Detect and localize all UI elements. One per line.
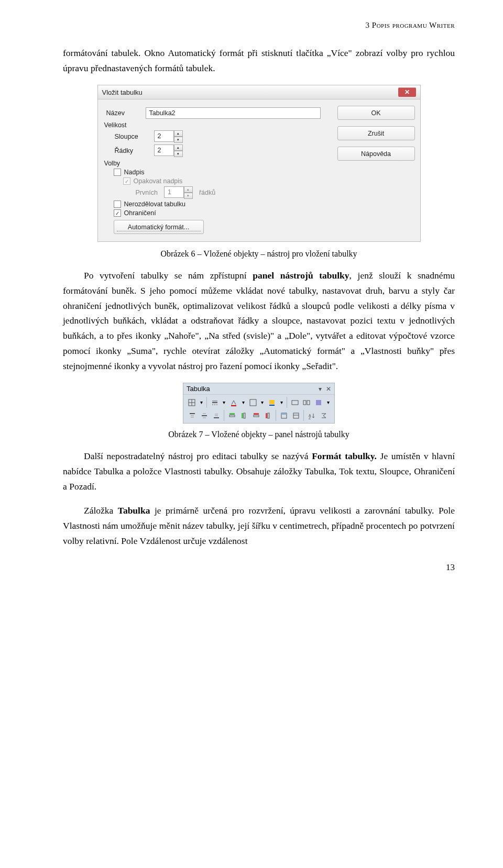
paragraph-4: Záložka Tabulka je primárně určená pro r… xyxy=(63,503,455,549)
chapter-header: 3 Popis programu Writer xyxy=(63,21,455,30)
svg-rect-33 xyxy=(293,413,299,418)
rows-spinner[interactable]: 2 ▴▾ xyxy=(154,144,183,157)
table-toolbar: Tabulka ▾ ✕ ▾ ▾ ▾ ▾ ▾ ▾ xyxy=(183,383,335,424)
insert-table-dialog: Vložit tabulku ✕ Název Tabulka2 Velikost… xyxy=(97,85,421,242)
insert-column-icon[interactable] xyxy=(238,410,249,421)
borders-icon[interactable] xyxy=(247,397,258,408)
sort-icon[interactable]: AZ xyxy=(306,410,317,421)
cols-spinner[interactable]: 2 ▴▾ xyxy=(154,130,183,143)
checkbox-heading[interactable]: Nadpis xyxy=(104,169,328,176)
svg-rect-12 xyxy=(307,400,310,405)
rows-label: Řádky xyxy=(104,147,154,154)
svg-rect-25 xyxy=(242,413,243,418)
paragraph-1: formátování tabulek. Okno Automatický fo… xyxy=(63,46,455,76)
checkbox-border[interactable]: ✓Ohraničení xyxy=(104,209,328,217)
toolbar-dropdown-icon[interactable]: ▾ xyxy=(319,385,322,393)
properties-icon[interactable] xyxy=(290,410,301,421)
ok-button[interactable]: OK xyxy=(337,106,415,120)
svg-rect-26 xyxy=(244,413,245,418)
dropdown-icon[interactable]: ▾ xyxy=(278,397,285,408)
delete-row-icon[interactable] xyxy=(250,410,261,421)
dropdown-icon[interactable]: ▾ xyxy=(259,397,266,408)
dialog-title-bar: Vložit tabulku ✕ xyxy=(98,85,420,99)
svg-rect-13 xyxy=(316,400,321,405)
size-section-label: Velikost xyxy=(104,121,328,129)
svg-rect-23 xyxy=(229,413,235,415)
autoformat-icon[interactable] xyxy=(278,410,289,421)
line-style-icon[interactable] xyxy=(209,397,220,408)
page-number: 13 xyxy=(63,562,455,573)
chevron-down-icon: ▾ xyxy=(174,151,183,157)
align-top-icon[interactable] xyxy=(187,410,198,421)
table-icon[interactable] xyxy=(187,397,198,408)
delete-column-icon[interactable] xyxy=(263,410,274,421)
figure-caption-7: Obrázek 7 – Vložené objekty – panel nást… xyxy=(63,430,455,439)
svg-rect-24 xyxy=(229,415,235,417)
svg-rect-27 xyxy=(254,413,259,415)
autoformat-button[interactable]: Automatický formát... xyxy=(114,220,204,234)
svg-text:Z: Z xyxy=(309,416,311,419)
sum-icon[interactable] xyxy=(318,410,329,421)
cols-label: Sloupce xyxy=(104,133,154,140)
name-input[interactable]: Tabulka2 xyxy=(146,107,321,119)
optimize-icon[interactable] xyxy=(313,397,324,408)
checkbox-no-split[interactable]: Nerozdělovat tabulku xyxy=(104,201,328,208)
split-cells-icon[interactable] xyxy=(301,397,312,408)
toolbar-close-icon[interactable]: ✕ xyxy=(326,385,331,393)
name-label: Název xyxy=(104,109,146,117)
chevron-up-icon: ▴ xyxy=(174,130,183,137)
align-bottom-icon[interactable] xyxy=(211,410,222,421)
dropdown-icon[interactable]: ▾ xyxy=(240,397,247,408)
svg-rect-29 xyxy=(266,413,267,418)
svg-rect-28 xyxy=(254,415,259,417)
dropdown-icon[interactable]: ▾ xyxy=(199,397,205,408)
svg-rect-10 xyxy=(292,400,298,405)
svg-rect-8 xyxy=(269,400,275,404)
dropdown-icon[interactable]: ▾ xyxy=(325,397,331,408)
svg-rect-32 xyxy=(281,413,287,415)
toolbar-title: Tabulka xyxy=(187,385,210,393)
first-rows-setting: Prvních 1 ▴▾ řádků xyxy=(104,186,328,199)
insert-row-icon[interactable] xyxy=(226,410,237,421)
checkbox-repeat-heading: ✓Opakovat nadpis xyxy=(104,177,328,185)
svg-rect-11 xyxy=(303,400,306,405)
chevron-up-icon: ▴ xyxy=(174,144,183,151)
svg-rect-30 xyxy=(268,413,269,418)
options-section-label: Volby xyxy=(104,160,328,167)
align-middle-icon[interactable] xyxy=(199,410,210,421)
merge-cells-icon[interactable] xyxy=(289,397,300,408)
svg-rect-9 xyxy=(269,405,275,406)
svg-rect-6 xyxy=(231,405,236,406)
figure-caption-6: Obrázek 6 – Vložené objekty – nástroj pr… xyxy=(63,249,455,259)
help-button[interactable]: Nápověda xyxy=(337,147,415,161)
dialog-title: Vložit tabulku xyxy=(102,88,398,96)
chevron-down-icon: ▾ xyxy=(174,137,183,143)
dropdown-icon[interactable]: ▾ xyxy=(221,397,227,408)
paragraph-3: Další nepostradatelný nástroj pro editac… xyxy=(63,449,455,494)
paragraph-2: Po vytvoření tabulky se nám zpřístupní p… xyxy=(63,268,455,374)
close-icon[interactable]: ✕ xyxy=(398,87,416,97)
background-color-icon[interactable] xyxy=(267,397,278,408)
line-color-icon[interactable] xyxy=(228,397,239,408)
cancel-button[interactable]: Zrušit xyxy=(337,126,415,140)
svg-rect-7 xyxy=(250,399,256,406)
